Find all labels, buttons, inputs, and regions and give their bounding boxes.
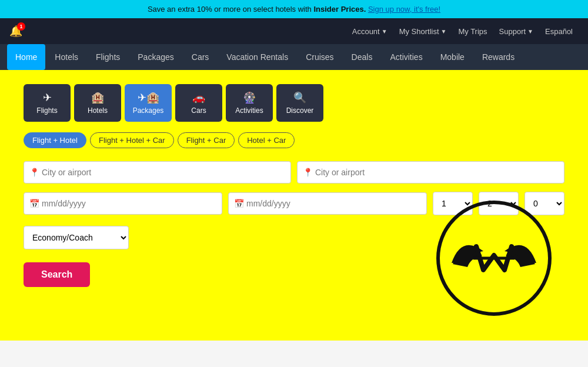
subtab-hotel-car[interactable]: Hotel + Car: [238, 132, 295, 148]
from-input-wrap: 📍: [24, 161, 291, 184]
cabin-select-wrap: Economy/Coach Premium Economy Business F…: [24, 226, 129, 249]
checkout-input[interactable]: [228, 192, 427, 215]
notification-count: 1: [17, 22, 25, 31]
notification-bell[interactable]: 🔔 1: [9, 25, 22, 38]
cars-icon: 🚗: [192, 91, 205, 104]
nav-item-flights[interactable]: Flights: [88, 44, 128, 70]
nav-item-packages[interactable]: Packages: [129, 44, 182, 70]
nav-item-home[interactable]: Home: [7, 44, 45, 70]
cabin-select[interactable]: Economy/Coach Premium Economy Business F…: [24, 226, 129, 249]
nav-bar-left: 🔔 1: [9, 25, 25, 38]
support-link[interactable]: Support ▼: [493, 18, 539, 44]
flights-icon: ✈: [43, 91, 52, 104]
nav-item-mobile[interactable]: Mobile: [432, 44, 473, 70]
to-input-wrap: 📍: [297, 161, 564, 184]
from-input[interactable]: [24, 161, 291, 184]
tab-discover-label: Discover: [286, 106, 314, 115]
to-input[interactable]: [297, 161, 564, 184]
tab-hotels-label: Hotels: [88, 106, 108, 115]
ww-logo: [435, 199, 553, 317]
checkout-wrap: 📅: [228, 192, 427, 215]
nav-item-cruises[interactable]: Cruises: [298, 44, 342, 70]
discover-icon: 🔍: [293, 91, 306, 104]
subtab-flight-hotel[interactable]: Flight + Hotel: [24, 132, 86, 148]
tab-cars-label: Cars: [191, 106, 206, 115]
tab-hotels[interactable]: 🏨 Hotels: [74, 84, 121, 122]
category-tabs: ✈ Flights 🏨 Hotels ✈🏨 Packages 🚗 Cars 🎡 …: [24, 84, 564, 122]
nav-item-hotels[interactable]: Hotels: [46, 44, 86, 70]
shortlist-link[interactable]: My Shortlist ▼: [393, 18, 453, 44]
lang-link[interactable]: Español: [539, 18, 579, 44]
search-button[interactable]: Search: [24, 262, 90, 287]
checkin-calendar-icon: 📅: [29, 199, 39, 208]
tab-flights[interactable]: ✈ Flights: [24, 84, 71, 122]
hotels-icon: 🏨: [91, 91, 104, 104]
activities-icon: 🎡: [243, 91, 256, 104]
checkout-calendar-icon: 📅: [234, 199, 244, 208]
tab-packages[interactable]: ✈🏨 Packages: [125, 84, 172, 122]
checkin-input[interactable]: [24, 192, 222, 215]
tab-cars[interactable]: 🚗 Cars: [175, 84, 222, 122]
banner-link[interactable]: Sign up now, it's free!: [368, 5, 440, 14]
nav-bar: 🔔 1 Account ▼ My Shortlist ▼ My Trips Su…: [0, 18, 588, 44]
top-banner: Save an extra 10% or more on select hote…: [0, 0, 588, 18]
checkin-wrap: 📅: [24, 192, 222, 215]
subtab-flight-car[interactable]: Flight + Car: [178, 132, 235, 148]
tab-flights-label: Flights: [36, 106, 57, 115]
nav-item-vacation-rentals[interactable]: Vacation Rentals: [218, 44, 296, 70]
nav-item-cars[interactable]: Cars: [183, 44, 218, 70]
support-caret: ▼: [527, 28, 533, 35]
shortlist-caret: ▼: [441, 28, 447, 35]
tab-packages-label: Packages: [133, 106, 164, 115]
location-row: 📍 📍: [24, 161, 564, 184]
banner-text: Save an extra 10% or more on select hote…: [148, 5, 314, 14]
tab-discover[interactable]: 🔍 Discover: [276, 84, 323, 122]
to-location-icon: 📍: [303, 168, 313, 177]
hero-section: ✈ Flights 🏨 Hotels ✈🏨 Packages 🚗 Cars 🎡 …: [0, 70, 588, 341]
account-caret: ▼: [382, 28, 387, 35]
account-link[interactable]: Account ▼: [346, 18, 393, 44]
banner-bold: Insider Prices.: [313, 5, 366, 14]
from-location-icon: 📍: [29, 168, 39, 177]
nav-item-rewards[interactable]: Rewards: [474, 44, 523, 70]
nav-item-activities[interactable]: Activities: [382, 44, 430, 70]
packages-icon: ✈🏨: [138, 91, 159, 104]
package-subtabs: Flight + Hotel Flight + Hotel + Car Flig…: [24, 132, 564, 148]
nav-item-deals[interactable]: Deals: [343, 44, 381, 70]
tab-activities-label: Activities: [235, 106, 263, 115]
subtab-flight-hotel-car[interactable]: Flight + Hotel + Car: [90, 132, 174, 148]
main-nav: Home Hotels Flights Packages Cars Vacati…: [0, 44, 588, 70]
tab-activities[interactable]: 🎡 Activities: [226, 84, 273, 122]
my-trips-link[interactable]: My Trips: [452, 18, 493, 44]
